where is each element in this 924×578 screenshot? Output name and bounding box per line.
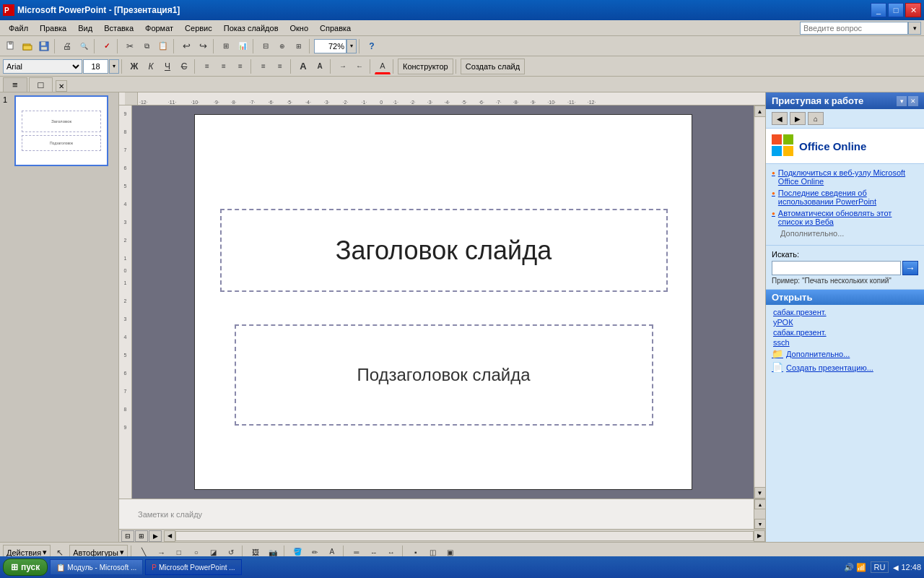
- save-button[interactable]: [36, 38, 52, 54]
- spell-check-button[interactable]: ✓: [99, 38, 115, 54]
- slide-view-area[interactable]: Заголовок слайда Подзаголовок слайда: [132, 105, 754, 499]
- indent-increase-button[interactable]: →: [335, 59, 351, 74]
- start-button[interactable]: ⊞ пуск: [3, 558, 48, 576]
- menu-slideshow[interactable]: Показ слайдов: [218, 22, 284, 34]
- menu-tools[interactable]: Сервис: [179, 22, 218, 34]
- open-button[interactable]: [19, 38, 35, 54]
- cut-button[interactable]: ✂: [122, 38, 138, 54]
- redo-button[interactable]: ↪: [195, 38, 211, 54]
- notes-scrollbar[interactable]: ▲ ▼: [754, 499, 765, 529]
- open-file-3[interactable]: сабак.презент.: [772, 328, 918, 337]
- panel-close-x-button[interactable]: ✕: [908, 96, 918, 106]
- italic-button[interactable]: К: [143, 59, 159, 74]
- menu-file[interactable]: Файл: [3, 22, 34, 34]
- panel-close-button[interactable]: ✕: [56, 80, 67, 92]
- taskbar-item-1[interactable]: 📋 Модуль - Microsoft ...: [50, 559, 143, 575]
- bold-button[interactable]: Ж: [126, 59, 142, 74]
- link-more[interactable]: Дополнительно...: [772, 229, 918, 238]
- slide-list-item[interactable]: 1 Заголовок Подзаголовок: [3, 95, 116, 166]
- slide-canvas[interactable]: Заголовок слайда Подзаголовок слайда: [194, 114, 692, 490]
- new-presentation-link[interactable]: 📄 Создать презентацию...: [772, 362, 918, 373]
- link-item-2[interactable]: ● Последние сведения об использовании Po…: [772, 189, 918, 206]
- align-left-button[interactable]: ≡: [199, 59, 215, 74]
- insert-table-button[interactable]: ⊞: [218, 38, 234, 54]
- print-preview-button[interactable]: 🔍: [76, 38, 92, 54]
- undo-button[interactable]: ↩: [178, 38, 194, 54]
- design-button[interactable]: Конструктор: [398, 59, 453, 74]
- panel-menu-button[interactable]: ▾: [897, 96, 907, 106]
- insert-chart-button[interactable]: 📊: [235, 38, 250, 54]
- underline-button[interactable]: Ч: [160, 59, 175, 74]
- font-size-input[interactable]: [83, 59, 108, 74]
- tab-outline[interactable]: ≡: [3, 77, 27, 92]
- search-field[interactable]: [772, 261, 901, 275]
- paste-button[interactable]: 📋: [155, 38, 171, 54]
- notes-scroll-up[interactable]: ▲: [754, 499, 765, 509]
- expand-button[interactable]: ⊕: [274, 38, 290, 54]
- font-size-dropdown[interactable]: ▾: [109, 59, 119, 74]
- hscroll-left[interactable]: ◀: [164, 530, 175, 542]
- help-search-input[interactable]: [800, 22, 908, 35]
- indent-decrease-button[interactable]: ←: [352, 59, 367, 74]
- copy-button[interactable]: ⧉: [139, 38, 154, 54]
- notes-scroll-down[interactable]: ▼: [754, 519, 765, 529]
- open-file-4[interactable]: ssch: [772, 338, 918, 347]
- slide-thumbnail[interactable]: Заголовок Подзаголовок: [14, 95, 108, 166]
- open-file-1[interactable]: сабак.презент.: [772, 308, 918, 316]
- maximize-button[interactable]: □: [888, 3, 904, 17]
- scroll-up-button[interactable]: ▲: [754, 105, 766, 117]
- menu-view[interactable]: Вид: [72, 22, 98, 34]
- menu-format[interactable]: Формат: [139, 22, 179, 34]
- help-button[interactable]: ?: [364, 38, 380, 54]
- panel-home-button[interactable]: ⌂: [808, 112, 824, 125]
- new-button[interactable]: [3, 38, 19, 54]
- font-family-select[interactable]: Arial: [3, 59, 82, 74]
- language-button[interactable]: RU: [871, 561, 889, 573]
- bullets-button[interactable]: ≡: [256, 59, 271, 74]
- menu-help[interactable]: Справка: [314, 22, 357, 34]
- search-submit-button[interactable]: →: [902, 261, 918, 275]
- panel-back-button[interactable]: ◀: [772, 112, 788, 125]
- panel-forward-button[interactable]: ▶: [790, 112, 806, 125]
- link-item-3[interactable]: ● Автоматически обновлять этот список из…: [772, 209, 918, 226]
- scroll-track[interactable]: [755, 117, 765, 487]
- tab-row: ≡ □ ✕: [0, 77, 924, 92]
- link-item-1[interactable]: ● Подключиться к веб-узлу Microsoft Offi…: [772, 168, 918, 186]
- align-right-button[interactable]: ≡: [232, 59, 248, 74]
- align-center-button[interactable]: ≡: [216, 59, 232, 74]
- open-file-2[interactable]: уРОК: [772, 318, 918, 327]
- open-more-link[interactable]: 📁 Дополнительно...: [772, 348, 918, 359]
- help-dropdown-button[interactable]: ▾: [908, 22, 921, 35]
- minimize-button[interactable]: _: [871, 3, 886, 17]
- zoom-input[interactable]: 72%: [314, 39, 346, 53]
- scroll-down-button[interactable]: ▼: [754, 487, 766, 499]
- menu-bar: Файл Правка Вид Вставка Формат Сервис По…: [0, 20, 924, 36]
- tab-slides[interactable]: □: [29, 77, 53, 92]
- help-search-area: ▾: [800, 22, 921, 35]
- slide-sorter-button[interactable]: ⊞: [135, 530, 148, 542]
- hscroll-right[interactable]: ▶: [754, 530, 765, 542]
- slide-title-text: Заголовок слайда: [336, 236, 552, 266]
- print-button[interactable]: 🖨: [59, 38, 75, 54]
- slide-title-placeholder[interactable]: Заголовок слайда: [220, 209, 668, 292]
- font-color-button[interactable]: A: [375, 59, 391, 74]
- taskbar-item-2[interactable]: P Microsoft PowerPoint ...: [145, 559, 241, 575]
- hscroll-track[interactable]: [175, 531, 754, 541]
- normal-view-button[interactable]: ⊟: [121, 530, 134, 542]
- menu-insert[interactable]: Вставка: [98, 22, 139, 34]
- notes-area[interactable]: Заметки к слайду ▲ ▼: [119, 499, 765, 529]
- format-button[interactable]: ⊟: [258, 38, 274, 54]
- menu-window[interactable]: Окно: [284, 22, 315, 34]
- increase-font-button[interactable]: A: [295, 59, 311, 74]
- zoom-dropdown[interactable]: ▾: [346, 39, 357, 53]
- menu-edit[interactable]: Правка: [34, 22, 72, 34]
- decrease-font-button[interactable]: A: [312, 59, 328, 74]
- slideshow-button[interactable]: ▶: [149, 530, 162, 542]
- slide-subtitle-placeholder[interactable]: Подзаголовок слайда: [235, 324, 653, 426]
- new-slide-button[interactable]: Создать слайд: [461, 59, 525, 74]
- table-button[interactable]: ⊞: [291, 38, 307, 54]
- vertical-scrollbar[interactable]: ▲ ▼: [754, 105, 765, 499]
- close-button[interactable]: ✕: [905, 3, 921, 17]
- numbering-button[interactable]: ≡: [272, 59, 288, 74]
- strikethrough-button[interactable]: С: [176, 59, 192, 74]
